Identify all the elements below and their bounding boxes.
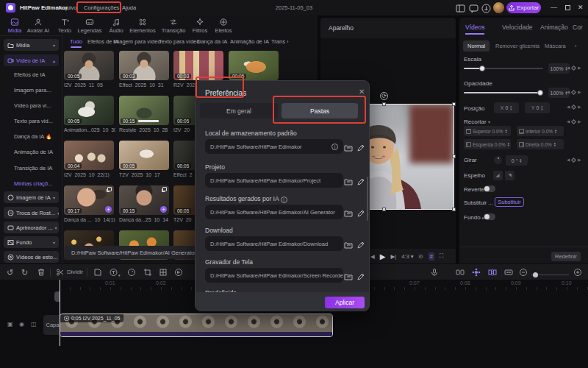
media-tab-imagem-video[interactable]: Imagem para vídeo bbox=[113, 38, 161, 45]
minimize-button[interactable]: — bbox=[551, 4, 557, 12]
sidebar-media-dropdown[interactable]: Mídia▾ bbox=[4, 39, 59, 51]
prev-frame-icon[interactable]: ◀ bbox=[370, 253, 375, 260]
grid-icon[interactable]: # bbox=[429, 252, 434, 261]
field-input[interactable]: D:/HitPaw Software/HitPaw Edimakor/Scree… bbox=[205, 268, 343, 283]
undo-icon[interactable]: ↺ bbox=[7, 267, 13, 277]
girar-keyframe[interactable]: ◀▶ bbox=[567, 158, 581, 162]
media-tab-animacao[interactable]: Animação de IA bbox=[230, 38, 269, 45]
auto-beat-icon[interactable] bbox=[472, 268, 481, 277]
tool-avatar-ai[interactable]: Avatar AI bbox=[24, 18, 53, 34]
text-tool-icon[interactable]: ▾ bbox=[110, 268, 118, 277]
opacidade-keyframe[interactable]: ◀▶ bbox=[567, 90, 581, 94]
media-item[interactable]: 00:15 bbox=[119, 96, 169, 125]
media-tab-texto-video[interactable]: Texto para vídeo bbox=[159, 38, 199, 45]
opacidade-slider[interactable] bbox=[464, 92, 543, 93]
sidebar-item-efeitos-ia[interactable]: Efeitos de IA bbox=[14, 71, 46, 78]
transform-icon[interactable] bbox=[159, 268, 168, 277]
track-lock-icon[interactable]: ▣ bbox=[7, 321, 13, 328]
tool-legendas[interactable]: Legendas bbox=[75, 18, 104, 34]
escala-keyframe[interactable]: ◀▶ bbox=[567, 66, 581, 70]
rotate-handle-icon[interactable]: ⟳ bbox=[380, 92, 388, 100]
redo-icon[interactable]: ↻ bbox=[21, 267, 28, 277]
tool-audio[interactable]: Áudio bbox=[101, 18, 131, 34]
sidebar-item-animacao-ia[interactable]: Animação de IA bbox=[14, 149, 53, 155]
media-item[interactable]: 00:05 bbox=[229, 51, 279, 80]
substituir-button[interactable]: Substituir bbox=[495, 197, 524, 207]
reverter-toggle[interactable] bbox=[484, 185, 495, 192]
open-folder-icon[interactable] bbox=[344, 239, 353, 248]
open-folder-icon[interactable] bbox=[344, 208, 353, 216]
selection-handle[interactable] bbox=[382, 208, 386, 211]
media-item[interactable]: 00:15+ bbox=[119, 185, 169, 215]
zoom-out-icon[interactable] bbox=[519, 268, 528, 277]
snapshot-icon[interactable]: ⊙ bbox=[419, 253, 423, 260]
sidebar-video-ia[interactable]: Vídeo de IA▴ bbox=[4, 54, 59, 66]
fit-icon[interactable] bbox=[504, 268, 513, 277]
record-icon[interactable] bbox=[174, 268, 183, 277]
playhead[interactable] bbox=[60, 280, 60, 346]
recortar-keyframe[interactable]: ◀▶ bbox=[567, 119, 581, 124]
media-item[interactable]: 00:03 bbox=[173, 51, 223, 80]
edit-icon[interactable] bbox=[356, 176, 365, 185]
modes-more-icon[interactable]: › bbox=[575, 43, 577, 49]
field-input[interactable]: D:/HitPaw Software/HitPaw Edimakor/Downl… bbox=[205, 236, 343, 251]
girar-knob[interactable] bbox=[494, 156, 502, 164]
tab-animacao[interactable]: Animação bbox=[540, 24, 568, 31]
track-mute-icon[interactable]: ◫ bbox=[31, 321, 37, 328]
media-item[interactable]: 00:04 bbox=[64, 141, 114, 170]
export-button[interactable]: Exportar bbox=[506, 2, 541, 13]
split-icon[interactable] bbox=[56, 268, 65, 277]
tool-transicao[interactable]: Transição bbox=[159, 18, 188, 34]
speed-icon[interactable] bbox=[127, 268, 136, 277]
feedback-icon[interactable] bbox=[469, 3, 478, 13]
next-frame-icon[interactable]: ▶| bbox=[390, 253, 396, 260]
tab-velocidade[interactable]: Velocidade bbox=[502, 24, 533, 31]
sidebar-aprimorador[interactable]: Aprimorador ...▾ bbox=[4, 222, 59, 233]
sidebar-item-danca-ia[interactable]: Dança da IA 🔥 bbox=[14, 133, 52, 140]
crop-direita[interactable]: Direita0.0%▲▼ bbox=[517, 139, 564, 149]
dividir-label[interactable]: Dividir bbox=[67, 268, 83, 277]
sidebar-item-transicao-ia[interactable]: Transição de IA bbox=[14, 165, 52, 171]
menu-ajuda[interactable]: Ajuda bbox=[122, 4, 136, 11]
edit-icon[interactable] bbox=[356, 208, 365, 216]
track-hide-icon[interactable]: ◉ bbox=[19, 321, 24, 328]
sidebar-item-video-para[interactable]: Vídeo para vi... bbox=[14, 102, 51, 109]
crop-esquerda[interactable]: Esquerda0.0%▲▼ bbox=[464, 139, 511, 149]
play-icon[interactable]: ▶ bbox=[380, 252, 386, 261]
tab-videos[interactable]: Vídeos bbox=[465, 24, 484, 31]
posicao-keyframe[interactable]: ◀▶ bbox=[567, 105, 581, 109]
sidebar-item-texto-para[interactable]: Texto para vid... bbox=[14, 118, 53, 124]
selection-handle[interactable] bbox=[452, 155, 456, 158]
posicao-x[interactable]: X0▲▼ bbox=[494, 102, 519, 113]
tool-elementos[interactable]: Elementos bbox=[128, 18, 157, 34]
mode-normal[interactable]: Normal bbox=[463, 40, 490, 52]
media-tab-danca[interactable]: Dança da IA bbox=[197, 38, 227, 45]
dialog-close-icon[interactable]: ✕ bbox=[359, 88, 365, 96]
timeline-clip[interactable]: 0:05 I2V 2025_11_05 bbox=[60, 314, 333, 337]
sidebar-fundo[interactable]: Fundo▾ bbox=[4, 236, 59, 248]
selection-handle[interactable] bbox=[382, 102, 386, 106]
crop-icon[interactable] bbox=[143, 268, 152, 277]
edit-icon[interactable] bbox=[356, 239, 365, 248]
tab-em-geral[interactable]: Em geral bbox=[200, 103, 278, 118]
mode-mascara[interactable]: Máscara bbox=[545, 43, 566, 49]
edit-icon[interactable] bbox=[356, 271, 365, 280]
maximize-button[interactable] bbox=[565, 5, 570, 10]
open-folder-icon[interactable] bbox=[344, 176, 353, 185]
field-input[interactable]: D:/HitPaw Software/HitPaw Edimakor/Proje… bbox=[205, 173, 343, 188]
edit-icon[interactable] bbox=[356, 142, 365, 151]
sidebar-item-imagem-para[interactable]: Imagem para... bbox=[14, 87, 51, 93]
selection-handle[interactable] bbox=[452, 208, 456, 211]
media-item[interactable]: 00:05 bbox=[64, 51, 114, 80]
media-item[interactable]: 00:03 bbox=[119, 51, 169, 80]
close-button[interactable]: ✕ bbox=[578, 4, 584, 12]
menu-arquivo[interactable]: Arquivo bbox=[58, 4, 76, 11]
aspect-ratio-dropdown[interactable]: 4:3 ▾ bbox=[401, 253, 413, 260]
recortar-label[interactable]: Recortar ▾ bbox=[464, 118, 490, 125]
media-item[interactable]: 00:05 bbox=[64, 96, 114, 125]
sidebar-item-minhas-criacoes[interactable]: Minhas criaçõ... bbox=[14, 180, 53, 187]
sidebar-videos-estoque[interactable]: Vídeos de esto... bbox=[4, 251, 59, 263]
add-icon[interactable]: + bbox=[160, 206, 167, 213]
posicao-y[interactable]: Y0▲▼ bbox=[525, 102, 550, 113]
redefinir-button[interactable]: Redefinir bbox=[551, 252, 581, 261]
